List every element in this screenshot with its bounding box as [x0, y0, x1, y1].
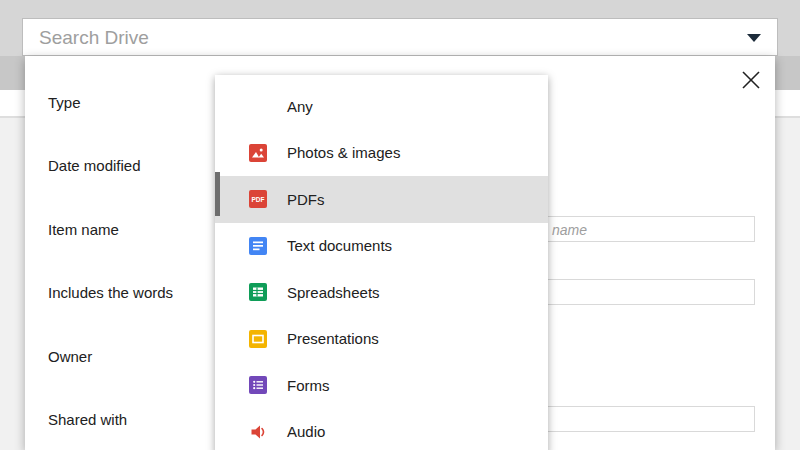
chevron-down-icon[interactable]	[747, 34, 761, 42]
menu-item-audio[interactable]: Audio	[215, 409, 548, 450]
menu-item-photos-images[interactable]: Photos & images	[215, 130, 548, 177]
search-input[interactable]	[37, 21, 741, 55]
svg-text:PDF: PDF	[252, 196, 265, 203]
advanced-search-panel: Type Date modified Item name Includes th…	[25, 56, 775, 450]
close-icon[interactable]	[739, 68, 763, 92]
item-name-placeholder-fragment: name	[552, 222, 587, 238]
search-bar	[22, 18, 778, 56]
menu-item-any[interactable]: Any	[215, 83, 548, 130]
menu-item-forms[interactable]: Forms	[215, 362, 548, 409]
blank-icon	[248, 96, 268, 116]
document-icon	[248, 236, 268, 256]
menu-item-spreadsheets[interactable]: Spreadsheets	[215, 269, 548, 316]
presentation-icon	[248, 329, 268, 349]
field-label-type: Type	[48, 94, 81, 111]
field-label-owner: Owner	[48, 348, 92, 365]
pdf-icon: PDF	[248, 189, 268, 209]
field-label-item-name: Item name	[48, 221, 119, 238]
drive-search-overlay: Type Date modified Item name Includes th…	[0, 0, 800, 450]
menu-item-pdfs[interactable]: PDF PDFs	[215, 176, 548, 223]
field-label-date-modified: Date modified	[48, 157, 141, 174]
audio-icon	[248, 422, 268, 442]
menu-item-presentations[interactable]: Presentations	[215, 316, 548, 363]
scrollbar-thumb[interactable]	[215, 172, 220, 216]
spreadsheet-icon	[248, 282, 268, 302]
field-label-includes-words: Includes the words	[48, 284, 173, 301]
forms-icon	[248, 375, 268, 395]
type-dropdown-menu: Any Photos & images PDF	[215, 75, 548, 450]
photos-icon	[248, 143, 268, 163]
menu-item-text-documents[interactable]: Text documents	[215, 223, 548, 270]
field-label-shared-with: Shared with	[48, 411, 127, 428]
